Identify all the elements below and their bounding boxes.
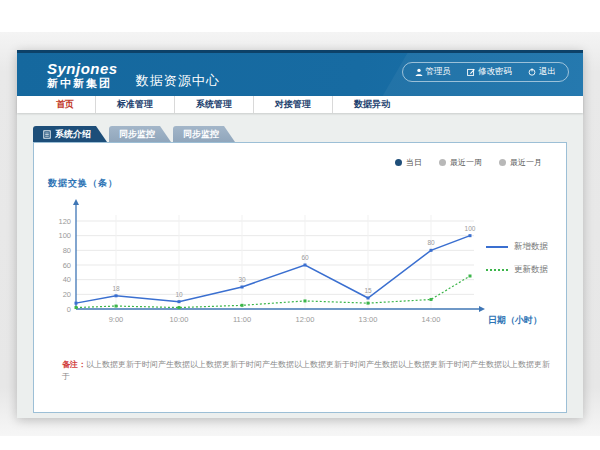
tab-system-intro[interactable]: 系统介绍 <box>33 126 107 142</box>
radio-unselected-icon <box>439 159 446 166</box>
svg-text:60: 60 <box>63 261 71 270</box>
svg-text:20: 20 <box>63 290 71 299</box>
svg-text:100: 100 <box>58 231 71 240</box>
time-range-options: 当日 最近一周 最近一月 <box>395 157 542 168</box>
svg-text:9:00: 9:00 <box>109 315 124 324</box>
tab-label: 同步监控 <box>119 128 155 141</box>
nav-item-system-mgmt[interactable]: 系统管理 <box>175 96 254 113</box>
chart-legend: 新增数据 更新数据 <box>486 241 548 276</box>
main-nav: 首页 标准管理 系统管理 对接管理 数据异动 <box>17 96 583 113</box>
range-option-label: 最近一月 <box>510 157 542 168</box>
brand-logo-text-cn: 新中新集团 <box>47 78 118 89</box>
user-icon <box>415 68 423 76</box>
legend-label: 新增数据 <box>514 241 548 253</box>
power-icon <box>528 68 536 76</box>
tab-label: 系统介绍 <box>55 128 91 141</box>
svg-text:120: 120 <box>58 217 71 226</box>
footnote-prefix: 备注： <box>62 360 86 369</box>
legend-entry-new-data: 新增数据 <box>486 241 548 253</box>
svg-text:15: 15 <box>364 287 372 294</box>
footnote: 备注：以上数据更新于时间产生数据以上数据更新于时间产生数据以上数据更新于时间产生… <box>62 359 554 383</box>
brand-logo: Synjones 新中新集团 <box>47 61 118 89</box>
line-sample-dotted-icon <box>486 269 508 271</box>
user-account-label: 管理员 <box>426 66 452 78</box>
range-option-label: 当日 <box>406 157 422 168</box>
nav-item-data-change[interactable]: 数据异动 <box>333 96 411 113</box>
change-password-label: 修改密码 <box>478 66 512 78</box>
svg-text:14:00: 14:00 <box>422 315 441 324</box>
svg-text:日期（小时）: 日期（小时） <box>488 315 542 325</box>
range-option-today[interactable]: 当日 <box>395 157 422 168</box>
range-option-last-week[interactable]: 最近一周 <box>439 157 482 168</box>
tab-label: 同步监控 <box>183 128 219 141</box>
footnote-text: 以上数据更新于时间产生数据以上数据更新于时间产生数据以上数据更新于时间产生数据以… <box>62 360 550 381</box>
svg-text:0: 0 <box>67 305 71 314</box>
user-menu: 管理员 修改密码 退出 <box>402 62 570 82</box>
change-password-button[interactable]: 修改密码 <box>459 63 520 81</box>
range-option-last-month[interactable]: 最近一月 <box>499 157 542 168</box>
svg-text:100: 100 <box>465 225 476 232</box>
document-icon <box>43 130 51 139</box>
chart-panel: 当日 最近一周 最近一月 数据交换（条） 0204060801001209:00… <box>33 142 567 413</box>
user-account-button[interactable]: 管理员 <box>407 63 460 81</box>
svg-text:12:00: 12:00 <box>296 315 315 324</box>
svg-text:10: 10 <box>175 291 183 298</box>
logout-label: 退出 <box>539 66 556 78</box>
page-title: 数据资源中心 <box>136 72 220 90</box>
nav-item-home[interactable]: 首页 <box>35 96 96 113</box>
content-area: 系统介绍 同步监控 同步监控 当日 最近一周 <box>17 113 583 418</box>
line-sample-solid-icon <box>486 246 508 248</box>
tab-sync-monitor-1[interactable]: 同步监控 <box>109 126 171 142</box>
edit-icon <box>467 68 475 76</box>
svg-text:30: 30 <box>238 276 246 283</box>
svg-text:11:00: 11:00 <box>233 315 251 324</box>
radio-unselected-icon <box>499 159 506 166</box>
logout-button[interactable]: 退出 <box>520 63 564 81</box>
svg-text:80: 80 <box>427 239 435 246</box>
svg-text:40: 40 <box>63 275 71 284</box>
svg-text:10:00: 10:00 <box>170 315 189 324</box>
svg-text:18: 18 <box>112 285 120 292</box>
radio-selected-icon <box>395 159 402 166</box>
svg-text:13:00: 13:00 <box>359 315 378 324</box>
svg-text:60: 60 <box>301 254 309 261</box>
tab-bar: 系统介绍 同步监控 同步监控 <box>33 125 567 142</box>
screen: Synjones 新中新集团 数据资源中心 管理员 修改密码 退出 首页 标准管… <box>0 0 600 450</box>
range-option-label: 最近一周 <box>450 157 482 168</box>
svg-text:80: 80 <box>63 246 71 255</box>
nav-item-interface-mgmt[interactable]: 对接管理 <box>254 96 333 113</box>
legend-label: 更新数据 <box>514 264 548 276</box>
tab-sync-monitor-2[interactable]: 同步监控 <box>173 126 235 142</box>
legend-entry-updated-data: 更新数据 <box>486 264 548 276</box>
app-window: Synjones 新中新集团 数据资源中心 管理员 修改密码 退出 首页 标准管… <box>17 50 583 418</box>
brand-logo-text-en: Synjones <box>47 61 118 76</box>
nav-item-standard-mgmt[interactable]: 标准管理 <box>96 96 175 113</box>
